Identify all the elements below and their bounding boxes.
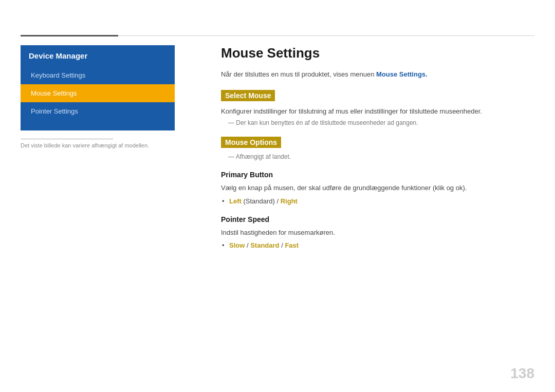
option-right: Right <box>281 197 298 205</box>
subsection-desc-primary-button: Vælg en knap på musen, der skal udføre d… <box>221 183 534 193</box>
option-fast: Fast <box>285 241 299 249</box>
intro-prefix: Når der tilsluttes en mus til produktet,… <box>221 70 376 78</box>
sidebar-note-text: Det viste billede kan variere afhængigt … <box>21 142 175 148</box>
option-sep2: / <box>280 241 285 249</box>
sidebar-title: Device Manager <box>29 51 87 60</box>
intro-highlight: Mouse Settings. <box>376 70 428 78</box>
option-mid: (Standard) / <box>242 197 281 205</box>
top-line-light <box>118 35 534 36</box>
sidebar: Device Manager Keyboard Settings Mouse S… <box>21 45 175 130</box>
section-note-mouse-options: Afhængigt af landet. <box>221 153 534 160</box>
top-lines <box>21 35 534 36</box>
section-heading-mouse-options: Mouse Options <box>221 137 281 148</box>
intro-text: Når der tilsluttes en mus til produktet,… <box>221 69 534 80</box>
section-desc-select-mouse: Konfigurer indstillinger for tilslutning… <box>221 106 534 117</box>
sidebar-menu: Keyboard Settings Mouse Settings Pointer… <box>21 66 175 130</box>
section-note-select-mouse: Der kan kun benyttes én af de tilslutted… <box>221 119 534 126</box>
option-slow: Slow <box>229 241 245 249</box>
sidebar-item-pointer[interactable]: Pointer Settings <box>21 102 175 120</box>
subsection-title-primary-button: Primary Button <box>221 171 534 179</box>
main-content: Mouse Settings Når der tilsluttes en mus… <box>221 45 534 259</box>
subsection-desc-pointer-speed: Indstil hastigheden for musemarkøren. <box>221 228 534 238</box>
section-heading-select-mouse: Select Mouse <box>221 90 275 101</box>
top-line-dark <box>21 35 118 36</box>
option-left: Left <box>229 197 242 205</box>
option-list-pointer-speed: Slow / Standard / Fast <box>221 241 534 249</box>
sidebar-note-divider <box>21 139 113 139</box>
page-number: 138 <box>510 365 534 382</box>
option-list-primary-button: Left (Standard) / Right <box>221 197 534 205</box>
sidebar-item-mouse[interactable]: Mouse Settings <box>21 84 175 102</box>
option-sep1: / <box>245 241 250 249</box>
page-title: Mouse Settings <box>221 45 534 61</box>
option-standard: Standard <box>250 241 279 249</box>
sidebar-header: Device Manager <box>21 45 175 66</box>
option-pointer-speed: Slow / Standard / Fast <box>229 241 534 249</box>
option-primary-button: Left (Standard) / Right <box>229 197 534 205</box>
sidebar-item-keyboard[interactable]: Keyboard Settings <box>21 66 175 84</box>
sidebar-note: Det viste billede kan variere afhængigt … <box>21 139 175 148</box>
subsection-title-pointer-speed: Pointer Speed <box>221 215 534 223</box>
